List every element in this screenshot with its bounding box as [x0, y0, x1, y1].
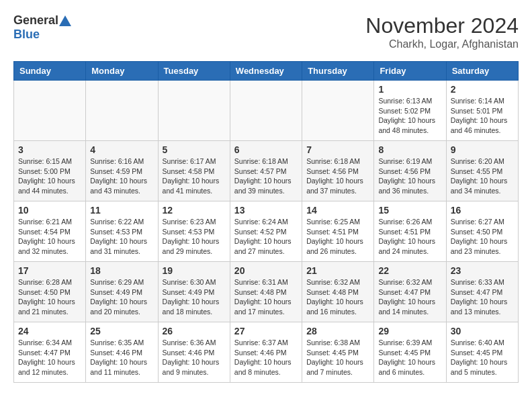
day-detail: Sunrise: 6:25 AM Sunset: 4:51 PM Dayligh…: [306, 217, 369, 257]
day-cell-26: 26Sunrise: 6:36 AM Sunset: 4:46 PM Dayli…: [158, 322, 230, 383]
day-detail: Sunrise: 6:40 AM Sunset: 4:45 PM Dayligh…: [451, 338, 514, 377]
day-number: 18: [90, 265, 153, 276]
day-number: 13: [234, 205, 298, 216]
empty-cell: [302, 81, 374, 141]
day-detail: Sunrise: 6:14 AM Sunset: 5:01 PM Dayligh…: [451, 96, 514, 136]
day-detail: Sunrise: 6:18 AM Sunset: 4:56 PM Dayligh…: [306, 156, 369, 196]
location-title: Charkh, Logar, Afghanistan: [365, 38, 519, 50]
day-cell-2: 2Sunrise: 6:14 AM Sunset: 5:01 PM Daylig…: [446, 81, 518, 141]
day-number: 28: [306, 326, 369, 336]
day-detail: Sunrise: 6:30 AM Sunset: 4:49 PM Dayligh…: [163, 277, 226, 317]
day-cell-5: 5Sunrise: 6:17 AM Sunset: 4:58 PM Daylig…: [158, 141, 230, 201]
day-detail: Sunrise: 6:32 AM Sunset: 4:47 PM Dayligh…: [378, 277, 441, 317]
day-cell-4: 4Sunrise: 6:16 AM Sunset: 4:59 PM Daylig…: [86, 141, 158, 201]
day-detail: Sunrise: 6:27 AM Sunset: 4:50 PM Dayligh…: [451, 217, 514, 257]
day-cell-12: 12Sunrise: 6:23 AM Sunset: 4:53 PM Dayli…: [158, 201, 230, 262]
header-cell-saturday: Saturday: [446, 62, 518, 81]
day-number: 22: [378, 265, 441, 276]
day-cell-1: 1Sunrise: 6:13 AM Sunset: 5:02 PM Daylig…: [374, 81, 446, 141]
logo: General Blue: [13, 13, 71, 42]
day-number: 19: [163, 265, 226, 276]
day-number: 16: [451, 205, 514, 216]
day-number: 6: [234, 144, 298, 155]
day-detail: Sunrise: 6:20 AM Sunset: 4:55 PM Dayligh…: [451, 156, 514, 196]
day-detail: Sunrise: 6:36 AM Sunset: 4:46 PM Dayligh…: [163, 338, 226, 377]
day-detail: Sunrise: 6:18 AM Sunset: 4:57 PM Dayligh…: [234, 156, 298, 196]
day-number: 10: [18, 205, 81, 216]
day-detail: Sunrise: 6:29 AM Sunset: 4:49 PM Dayligh…: [90, 277, 153, 317]
day-detail: Sunrise: 6:32 AM Sunset: 4:48 PM Dayligh…: [306, 277, 369, 317]
day-cell-27: 27Sunrise: 6:37 AM Sunset: 4:46 PM Dayli…: [230, 322, 302, 383]
day-number: 11: [90, 205, 153, 216]
day-number: 21: [306, 265, 369, 276]
day-number: 27: [234, 326, 298, 336]
month-title: November 2024: [365, 13, 519, 38]
day-cell-29: 29Sunrise: 6:39 AM Sunset: 4:45 PM Dayli…: [374, 322, 446, 383]
week-row-2: 3Sunrise: 6:15 AM Sunset: 5:00 PM Daylig…: [14, 141, 519, 201]
header-cell-sunday: Sunday: [14, 62, 86, 81]
week-row-5: 24Sunrise: 6:34 AM Sunset: 4:47 PM Dayli…: [14, 322, 519, 383]
day-detail: Sunrise: 6:21 AM Sunset: 4:54 PM Dayligh…: [18, 217, 81, 257]
week-row-1: 1Sunrise: 6:13 AM Sunset: 5:02 PM Daylig…: [14, 81, 519, 141]
title-section: November 2024 Charkh, Logar, Afghanistan: [365, 13, 519, 50]
day-number: 25: [90, 326, 153, 336]
day-cell-22: 22Sunrise: 6:32 AM Sunset: 4:47 PM Dayli…: [374, 262, 446, 322]
day-cell-10: 10Sunrise: 6:21 AM Sunset: 4:54 PM Dayli…: [14, 201, 86, 262]
logo-triangle-icon: [59, 15, 71, 26]
day-detail: Sunrise: 6:16 AM Sunset: 4:59 PM Dayligh…: [90, 156, 153, 196]
calendar-body: 1Sunrise: 6:13 AM Sunset: 5:02 PM Daylig…: [14, 81, 519, 383]
day-detail: Sunrise: 6:17 AM Sunset: 4:58 PM Dayligh…: [163, 156, 226, 196]
day-cell-23: 23Sunrise: 6:33 AM Sunset: 4:47 PM Dayli…: [446, 262, 518, 322]
header-cell-thursday: Thursday: [302, 62, 374, 81]
day-detail: Sunrise: 6:15 AM Sunset: 5:00 PM Dayligh…: [18, 156, 81, 196]
day-number: 30: [451, 326, 514, 336]
day-cell-9: 9Sunrise: 6:20 AM Sunset: 4:55 PM Daylig…: [446, 141, 518, 201]
empty-cell: [14, 81, 86, 141]
day-cell-6: 6Sunrise: 6:18 AM Sunset: 4:57 PM Daylig…: [230, 141, 302, 201]
week-row-4: 17Sunrise: 6:28 AM Sunset: 4:50 PM Dayli…: [14, 262, 519, 322]
day-number: 26: [163, 326, 226, 336]
svg-marker-0: [59, 15, 71, 26]
day-number: 17: [18, 265, 81, 276]
day-cell-7: 7Sunrise: 6:18 AM Sunset: 4:56 PM Daylig…: [302, 141, 374, 201]
day-cell-24: 24Sunrise: 6:34 AM Sunset: 4:47 PM Dayli…: [14, 322, 86, 383]
day-cell-30: 30Sunrise: 6:40 AM Sunset: 4:45 PM Dayli…: [446, 322, 518, 383]
day-detail: Sunrise: 6:34 AM Sunset: 4:47 PM Dayligh…: [18, 338, 81, 377]
day-number: 20: [234, 265, 298, 276]
day-number: 15: [378, 205, 441, 216]
day-detail: Sunrise: 6:38 AM Sunset: 4:45 PM Dayligh…: [306, 338, 369, 377]
day-number: 1: [378, 84, 441, 95]
day-cell-18: 18Sunrise: 6:29 AM Sunset: 4:49 PM Dayli…: [86, 262, 158, 322]
page-header: General Blue November 2024 Charkh, Logar…: [13, 13, 519, 50]
day-number: 29: [378, 326, 441, 336]
day-number: 23: [451, 265, 514, 276]
day-cell-16: 16Sunrise: 6:27 AM Sunset: 4:50 PM Dayli…: [446, 201, 518, 262]
day-number: 2: [451, 84, 514, 95]
day-number: 8: [378, 144, 441, 155]
day-detail: Sunrise: 6:22 AM Sunset: 4:53 PM Dayligh…: [90, 217, 153, 257]
calendar-header: SundayMondayTuesdayWednesdayThursdayFrid…: [14, 62, 519, 81]
day-cell-25: 25Sunrise: 6:35 AM Sunset: 4:46 PM Dayli…: [86, 322, 158, 383]
header-cell-monday: Monday: [86, 62, 158, 81]
day-detail: Sunrise: 6:19 AM Sunset: 4:56 PM Dayligh…: [378, 156, 441, 196]
day-number: 12: [163, 205, 226, 216]
empty-cell: [86, 81, 158, 141]
day-cell-19: 19Sunrise: 6:30 AM Sunset: 4:49 PM Dayli…: [158, 262, 230, 322]
week-row-3: 10Sunrise: 6:21 AM Sunset: 4:54 PM Dayli…: [14, 201, 519, 262]
day-detail: Sunrise: 6:39 AM Sunset: 4:45 PM Dayligh…: [378, 338, 441, 377]
calendar-table: SundayMondayTuesdayWednesdayThursdayFrid…: [13, 61, 519, 383]
day-cell-21: 21Sunrise: 6:32 AM Sunset: 4:48 PM Dayli…: [302, 262, 374, 322]
header-row: SundayMondayTuesdayWednesdayThursdayFrid…: [14, 62, 519, 81]
day-detail: Sunrise: 6:28 AM Sunset: 4:50 PM Dayligh…: [18, 277, 81, 317]
day-cell-8: 8Sunrise: 6:19 AM Sunset: 4:56 PM Daylig…: [374, 141, 446, 201]
empty-cell: [158, 81, 230, 141]
header-cell-wednesday: Wednesday: [230, 62, 302, 81]
day-detail: Sunrise: 6:31 AM Sunset: 4:48 PM Dayligh…: [234, 277, 298, 317]
day-cell-14: 14Sunrise: 6:25 AM Sunset: 4:51 PM Dayli…: [302, 201, 374, 262]
day-cell-28: 28Sunrise: 6:38 AM Sunset: 4:45 PM Dayli…: [302, 322, 374, 383]
day-detail: Sunrise: 6:26 AM Sunset: 4:51 PM Dayligh…: [378, 217, 441, 257]
day-number: 7: [306, 144, 369, 155]
day-cell-17: 17Sunrise: 6:28 AM Sunset: 4:50 PM Dayli…: [14, 262, 86, 322]
day-number: 4: [90, 144, 153, 155]
day-cell-11: 11Sunrise: 6:22 AM Sunset: 4:53 PM Dayli…: [86, 201, 158, 262]
